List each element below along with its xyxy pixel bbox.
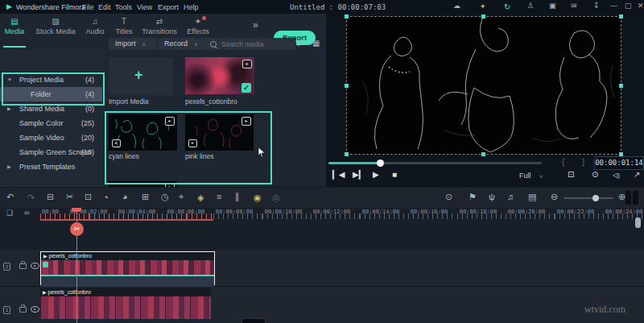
lock-track-icon[interactable]: [19, 263, 27, 269]
timeline-view-toggle[interactable]: [625, 191, 631, 205]
redo-button[interactable]: ↷: [27, 193, 35, 203]
grid-view-icon[interactable]: ▦: [312, 39, 320, 48]
timeline-zoom-slider[interactable]: [564, 197, 613, 199]
sidebar-item-preset-templates[interactable]: ▶ Preset Templates: [0, 159, 102, 174]
mark-out-icon[interactable]: }: [582, 158, 584, 167]
media-item-pexels-cottonbro[interactable]: ▸ ✓: [185, 57, 254, 94]
sidebar-label: Sample Color: [19, 116, 64, 130]
zoom-slider-handle[interactable]: [592, 195, 599, 201]
audio-ducking-button[interactable]: ◎: [272, 193, 280, 203]
timeline-view-toggle[interactable]: [633, 191, 638, 205]
preview-video[interactable]: [346, 16, 621, 155]
menu-help[interactable]: Help: [184, 3, 199, 11]
manage-tracks-icon[interactable]: ❏: [6, 209, 13, 217]
motion-effect-button[interactable]: ◉: [254, 193, 262, 203]
audio-mixer-button[interactable]: ♬: [507, 193, 516, 201]
bulb-icon[interactable]: ✦: [480, 2, 486, 10]
clip-track1-pexels-cottonbro[interactable]: ▶ pexels_cottonbro: [40, 288, 211, 323]
transform-handle[interactable]: [481, 14, 485, 19]
tab-effects[interactable]: ✦ Effects: [180, 17, 217, 35]
transform-handle[interactable]: [345, 152, 349, 156]
close-button[interactable]: ✕: [638, 2, 644, 10]
sidebar-label: Sample Green Screen: [19, 145, 91, 159]
toggle-visibility-icon[interactable]: [31, 306, 39, 313]
greenscreen-button[interactable]: ⊞: [142, 193, 149, 201]
dual-monitor-icon[interactable]: ⊡: [568, 170, 574, 179]
volume-icon[interactable]: ◁): [613, 172, 620, 179]
transform-handle[interactable]: [345, 14, 349, 19]
split-playhead-button[interactable]: ✂: [70, 222, 84, 236]
transform-handle[interactable]: [619, 84, 623, 88]
lock-track-icon[interactable]: [19, 307, 27, 313]
tab-transitions[interactable]: ⇄ Transitions: [138, 17, 180, 35]
sidebar-label: Preset Templates: [19, 159, 75, 174]
playhead-handle[interactable]: [72, 208, 81, 212]
tab-stock-media[interactable]: ▨ Stock Media: [32, 17, 79, 35]
transform-handle[interactable]: [619, 14, 623, 19]
zoom-in-button[interactable]: ⊕: [618, 193, 625, 201]
account-icon[interactable]: ♙: [527, 2, 534, 10]
toggle-visibility-icon[interactable]: [31, 263, 39, 269]
tab-titles[interactable]: T Titles: [105, 17, 142, 35]
cloud-icon[interactable]: ☁: [453, 2, 460, 10]
audio-sync-button[interactable]: ∥: [235, 193, 240, 201]
sync-icon[interactable]: ↻: [504, 2, 510, 11]
minimize-button[interactable]: —: [610, 2, 617, 10]
save-icon[interactable]: ▣: [549, 2, 556, 10]
filmstrip-button[interactable]: ▤: [528, 193, 536, 201]
video-clip-icon: ▸: [242, 60, 252, 68]
menu-edit[interactable]: Edit: [98, 3, 111, 11]
tab-media[interactable]: ▤ Media: [0, 17, 33, 35]
adjustment-button[interactable]: ≡: [217, 193, 221, 201]
filter-icon[interactable]: ▽: [295, 39, 302, 48]
import-dropdown[interactable]: Import∨: [109, 38, 157, 50]
stop-button[interactable]: ■: [392, 170, 397, 179]
undo-button[interactable]: ↶: [6, 193, 14, 201]
expand-arrow-icon[interactable]: ▶: [7, 159, 11, 174]
maximize-button[interactable]: ▢: [625, 2, 632, 10]
menu-file[interactable]: File: [82, 3, 94, 11]
zoom-out-button[interactable]: ⊖: [551, 193, 558, 201]
share-icon[interactable]: ✉: [571, 2, 577, 10]
import-media-tile[interactable]: +: [109, 57, 173, 95]
snapshot-icon[interactable]: ⊙: [592, 170, 598, 179]
motion-tracking-button[interactable]: ⌖: [179, 193, 184, 201]
fullscreen-icon[interactable]: ↗: [634, 170, 640, 179]
previous-frame-button[interactable]: ▎◀: [332, 170, 345, 179]
zoom-fit-dropdown[interactable]: Full ∨: [519, 170, 559, 182]
search-input[interactable]: [220, 39, 287, 49]
record-dropdown[interactable]: Record∨: [158, 38, 206, 50]
transform-handle[interactable]: [481, 152, 485, 156]
duration-button[interactable]: ◷: [161, 193, 169, 201]
crop-button[interactable]: ⊡: [85, 193, 92, 201]
link-clips-icon[interactable]: ∞: [24, 209, 29, 217]
download-icon[interactable]: ↧: [593, 2, 600, 10]
mark-in-icon[interactable]: {: [562, 158, 564, 167]
menu-export[interactable]: Export: [158, 3, 179, 11]
transform-handle[interactable]: [345, 84, 349, 88]
play-button[interactable]: ▶: [373, 170, 379, 179]
menu-view[interactable]: View: [137, 3, 152, 11]
next-frame-button[interactable]: ▶▎: [353, 170, 365, 179]
delete-button[interactable]: ⊟: [47, 193, 54, 201]
seek-handle[interactable]: [377, 159, 384, 167]
sidebar-item-sample-video[interactable]: Sample Video (20): [0, 130, 102, 145]
sidebar-item-sample-color[interactable]: Sample Color (25): [0, 116, 102, 130]
split-button[interactable]: ✂: [66, 193, 73, 201]
render-preview-button[interactable]: ⊙: [445, 193, 452, 201]
search-box[interactable]: [206, 38, 296, 50]
sidebar-item-sample-green-screen[interactable]: Sample Green Screen (10): [0, 145, 102, 159]
transitions-tab-label: Transitions: [138, 27, 180, 35]
keyframe-button[interactable]: ◈: [197, 193, 204, 203]
tile-label: Import Media: [109, 97, 149, 106]
media-tab-icon: ▤: [0, 17, 33, 27]
marker-button[interactable]: ⚑: [469, 193, 477, 201]
menu-tools[interactable]: Tools: [115, 3, 132, 11]
clip-track2-pexels-cottonbro[interactable]: ▶ pexels_cottonbro: [40, 251, 215, 285]
color-button[interactable]: ◕: [122, 193, 128, 201]
speed-button[interactable]: ◔: [103, 193, 109, 202]
voiceover-button[interactable]: ψ: [489, 193, 495, 201]
collapse-panel-icon[interactable]: »: [253, 20, 258, 30]
timeline-scrollbar-thumb[interactable]: [635, 217, 641, 228]
seek-bar[interactable]: [328, 162, 542, 164]
